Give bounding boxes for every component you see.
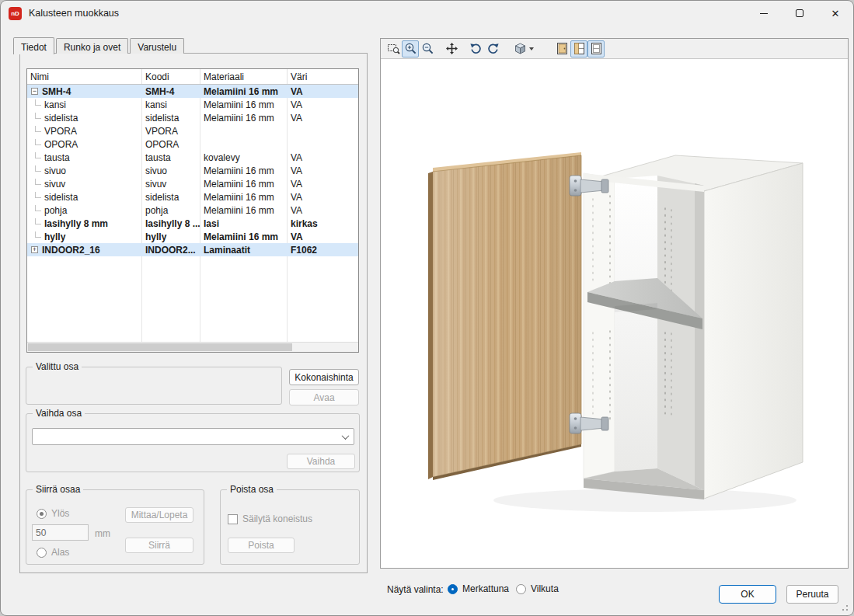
marked-label: Merkattuna bbox=[462, 583, 509, 594]
table-row[interactable]: sivuosivuoMelamiini 16 mmVA bbox=[27, 164, 358, 177]
row-color-cell: VA bbox=[288, 231, 358, 242]
row-color-cell: VA bbox=[288, 86, 358, 97]
row-material-cell: Melamiini 16 mm bbox=[200, 192, 288, 203]
row-color-cell: VA bbox=[288, 192, 358, 203]
table-row[interactable]: pohjapohjaMelamiini 16 mmVA bbox=[27, 204, 358, 217]
marked-radio[interactable] bbox=[448, 584, 458, 594]
row-material-cell: Laminaatit bbox=[200, 245, 288, 256]
parts-table-header: NimiKoodiMateriaaliVäri bbox=[27, 69, 358, 85]
zoom-in-icon[interactable] bbox=[402, 40, 419, 57]
cancel-button[interactable]: Peruuta bbox=[786, 585, 838, 604]
move-button[interactable]: Siirrä bbox=[125, 538, 193, 553]
cabinet-solid-view-icon[interactable] bbox=[553, 40, 570, 57]
selected-part-group: Valittu osa bbox=[26, 367, 282, 405]
row-color-cell: VA bbox=[288, 99, 358, 110]
move-down-label: Alas bbox=[51, 547, 69, 558]
row-name-cell: sivuv bbox=[27, 179, 142, 190]
table-row[interactable]: lasihylly 8 mmlasihylly 8 ...lasikirkas bbox=[27, 217, 358, 230]
measure-stop-button[interactable]: Mittaa/Lopeta bbox=[125, 507, 193, 523]
minimize-button[interactable] bbox=[746, 1, 782, 26]
pan-icon[interactable] bbox=[443, 40, 460, 57]
blink-radio[interactable] bbox=[516, 584, 526, 594]
row-color-cell: VA bbox=[288, 179, 358, 190]
row-material-cell: Melamiini 16 mm bbox=[200, 205, 288, 216]
row-name-cell: OPORA bbox=[27, 139, 142, 150]
table-row[interactable]: kansikansiMelamiini 16 mmVA bbox=[27, 98, 358, 111]
minimize-icon bbox=[760, 13, 768, 14]
table-row[interactable]: −SMH-4SMH-4Melamiini 16 mmVA bbox=[27, 85, 358, 98]
row-color-cell: VA bbox=[288, 205, 358, 216]
selected-part-group-label: Valittu osa bbox=[33, 361, 82, 372]
parts-table-body: −SMH-4SMH-4Melamiini 16 mmVAkansikansiMe… bbox=[27, 85, 358, 342]
tree-connector-icon bbox=[35, 126, 41, 133]
table-row[interactable]: sivuvsivuvMelamiini 16 mmVA bbox=[27, 177, 358, 190]
cabinet-3d-view bbox=[381, 59, 848, 568]
app-icon: nD bbox=[9, 7, 22, 20]
row-name-cell: kansi bbox=[27, 99, 142, 110]
ok-button[interactable]: OK bbox=[719, 585, 776, 604]
distance-input[interactable] bbox=[32, 524, 89, 541]
cabinet-open-view-icon[interactable] bbox=[570, 40, 587, 57]
table-row[interactable]: taustataustakovalevyVA bbox=[27, 151, 358, 164]
keep-machining-checkbox[interactable] bbox=[228, 514, 238, 524]
window-title: Kalusteen muokkaus bbox=[29, 8, 119, 19]
change-part-group-label: Vaihda osa bbox=[33, 408, 85, 419]
row-material-cell: Melamiini 16 mm bbox=[200, 179, 288, 190]
change-button[interactable]: Vaihda bbox=[287, 454, 355, 469]
zoom-out-icon[interactable] bbox=[419, 40, 436, 57]
tab-runko-ja-ovet[interactable]: Runko ja ovet bbox=[56, 38, 128, 54]
table-row[interactable]: hyllyhyllyMelamiini 16 mmVA bbox=[27, 230, 358, 243]
row-name-cell: lasihylly 8 mm bbox=[27, 218, 142, 229]
dropdown-caret-icon bbox=[529, 47, 534, 50]
chevron-down-icon bbox=[342, 432, 350, 440]
blink-label: Vilkuta bbox=[531, 583, 559, 594]
tree-connector-icon bbox=[35, 218, 41, 225]
row-material-cell: Melamiini 16 mm bbox=[200, 113, 288, 124]
tab-varustelu[interactable]: Varustelu bbox=[130, 38, 184, 54]
move-up-radio[interactable] bbox=[37, 509, 47, 519]
row-color-cell: kirkas bbox=[288, 218, 358, 229]
row-name-cell: pohja bbox=[27, 205, 142, 216]
viewport-3d[interactable] bbox=[381, 58, 848, 568]
row-name-cell: tausta bbox=[27, 152, 142, 163]
column-header-3[interactable]: Väri bbox=[288, 69, 358, 84]
horizontal-scrollbar-thumb[interactable] bbox=[28, 343, 292, 351]
column-header-0[interactable]: Nimi bbox=[27, 69, 142, 84]
table-row[interactable]: VPORAVPORA bbox=[27, 124, 358, 137]
table-row[interactable]: sidelistasidelistaMelamiini 16 mmVA bbox=[27, 111, 358, 124]
row-code-cell: INDOOR2... bbox=[142, 245, 200, 256]
column-header-2[interactable]: Materiaali bbox=[200, 69, 288, 84]
row-code-cell: sivuo bbox=[142, 165, 200, 176]
horizontal-scrollbar[interactable] bbox=[27, 342, 358, 352]
column-header-1[interactable]: Koodi bbox=[142, 69, 200, 84]
table-row[interactable]: OPORAOPORA bbox=[27, 137, 358, 151]
open-button[interactable]: Avaa bbox=[289, 389, 359, 405]
delete-button[interactable]: Poista bbox=[228, 538, 295, 553]
row-color-cell: VA bbox=[288, 165, 358, 176]
zoom-window-icon[interactable] bbox=[385, 40, 402, 57]
total-price-button[interactable]: Kokonaishinta bbox=[289, 369, 359, 385]
collapse-icon[interactable]: − bbox=[31, 88, 38, 95]
row-code-cell: OPORA bbox=[142, 139, 200, 150]
row-material-cell: Melamiini 16 mm bbox=[200, 86, 288, 97]
table-row[interactable]: +INDOOR2_16INDOOR2...LaminaatitF1062 bbox=[27, 243, 358, 256]
delete-part-group: Poista osa bbox=[220, 489, 360, 565]
cabinet-frame-view-icon[interactable] bbox=[587, 40, 605, 57]
rotate-cw-icon[interactable] bbox=[484, 40, 501, 57]
row-material-cell: lasi bbox=[200, 218, 288, 229]
view-preset-icon[interactable] bbox=[510, 40, 538, 57]
move-down-radio[interactable] bbox=[37, 548, 47, 558]
change-part-combobox[interactable] bbox=[32, 428, 354, 445]
unit-label: mm bbox=[95, 528, 110, 539]
expand-icon[interactable]: + bbox=[31, 246, 38, 253]
resize-grip[interactable] bbox=[841, 603, 849, 611]
row-name-cell: sivuo bbox=[27, 165, 142, 176]
close-button[interactable]: ✕ bbox=[817, 1, 853, 26]
rotate-ccw-icon[interactable] bbox=[467, 40, 484, 57]
table-row[interactable]: sidelistasidelistaMelamiini 16 mmVA bbox=[27, 190, 358, 204]
row-color-cell: VA bbox=[288, 113, 358, 124]
tab-tiedot[interactable]: Tiedot bbox=[13, 37, 54, 54]
maximize-button[interactable] bbox=[782, 1, 817, 26]
dialog-window: nD Kalusteen muokkaus ✕ TiedotRunko ja o… bbox=[0, 0, 854, 616]
move-up-label: Ylös bbox=[51, 508, 69, 519]
